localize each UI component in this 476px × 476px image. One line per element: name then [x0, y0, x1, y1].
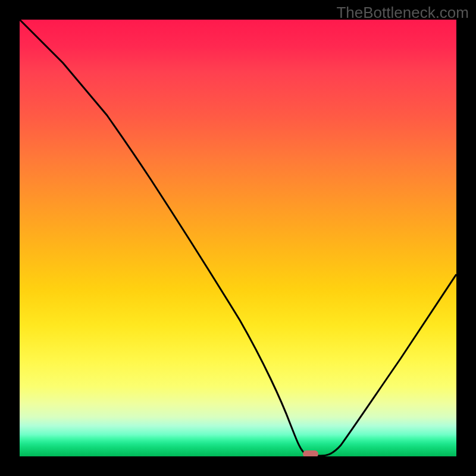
bottleneck-curve	[20, 20, 456, 456]
curve-layer	[20, 20, 456, 456]
optimal-marker	[303, 450, 318, 456]
plot-area	[20, 20, 456, 456]
watermark-text: TheBottleneck.com	[336, 4, 469, 22]
